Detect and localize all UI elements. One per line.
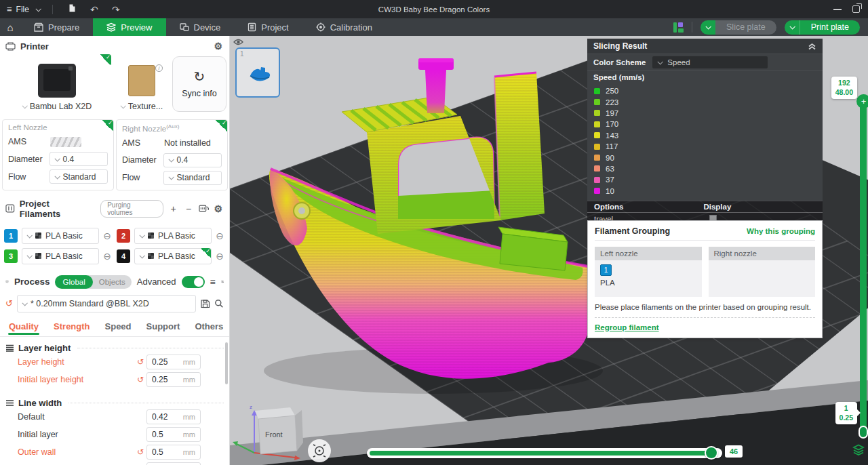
why-this-grouping-link[interactable]: Why this grouping	[747, 227, 815, 235]
delete-filament-icon[interactable]: ⊖	[103, 251, 111, 261]
print-options-chevron[interactable]	[785, 20, 800, 35]
filament-color-badge[interactable]: 3	[4, 249, 18, 263]
save-preset-icon[interactable]	[200, 299, 210, 308]
info-icon[interactable]: i	[155, 64, 163, 72]
ams-sync-icon[interactable]	[199, 204, 210, 214]
minimize-button[interactable]	[833, 9, 842, 10]
print-plate-button[interactable]: Print plate	[785, 20, 860, 35]
restore-window-button[interactable]	[852, 5, 860, 13]
inner-wall-line-width-input[interactable]: 0.5 mm	[146, 462, 201, 465]
filament-color-badge[interactable]: 2	[117, 229, 130, 243]
slice-options-chevron[interactable]	[701, 20, 715, 35]
z-axis-label: z	[250, 404, 252, 410]
tune-icon[interactable]	[221, 277, 224, 286]
layer-slider-handle[interactable]	[859, 426, 868, 439]
search-icon[interactable]	[214, 299, 224, 308]
toggle-plate-list-eye-icon[interactable]	[233, 38, 243, 46]
tab-support[interactable]: Support	[139, 319, 188, 335]
parameter-list-icon[interactable]: ≡	[210, 277, 216, 287]
layer-slider-add-button[interactable]: +	[856, 94, 868, 108]
printer-model-card[interactable]: ✓ Bambu Lab X2D	[3, 54, 111, 114]
delete-filament-icon[interactable]: ⊖	[216, 251, 224, 261]
tab-prepare[interactable]: Prepare	[20, 18, 93, 36]
chevron-down-icon	[22, 300, 27, 306]
scope-objects-button[interactable]: Objects	[93, 277, 132, 287]
file-menu[interactable]: ≡ File	[7, 5, 29, 14]
undo-button[interactable]: ↶	[87, 4, 102, 15]
build-plate-card[interactable]: i Texture...	[114, 54, 170, 114]
sync-info-button[interactable]: ↻ Sync info	[172, 56, 226, 112]
recenter-view-button[interactable]	[308, 439, 331, 462]
titlebar: ≡ File ↶ ↷ CW3D Baby Bee Dragon Colors	[0, 0, 868, 18]
tab-speed[interactable]: Speed	[98, 319, 139, 335]
preview-layers-icon	[106, 22, 116, 32]
delete-filament-icon[interactable]: ⊖	[216, 231, 224, 241]
tab-project[interactable]: Project	[234, 18, 302, 36]
redo-button[interactable]: ↷	[108, 4, 123, 15]
grouped-filament-type: PLA	[600, 279, 696, 287]
reset-value-icon[interactable]: ↺	[137, 376, 144, 384]
new-project-button[interactable]	[65, 3, 80, 15]
right-flow-select[interactable]: Standard	[163, 171, 222, 185]
regroup-filament-link[interactable]: Regroup filament	[595, 323, 659, 331]
collapse-panel-icon[interactable]	[808, 42, 816, 50]
slicing-result-title: Slicing Result	[593, 41, 647, 51]
cube-front-face-label[interactable]: Front	[265, 430, 283, 439]
tab-calibration[interactable]: Calibration	[302, 18, 386, 36]
advanced-toggle[interactable]	[182, 276, 205, 288]
reset-preset-icon[interactable]: ↺	[5, 299, 13, 308]
scope-global-button[interactable]: Global	[55, 275, 92, 289]
printer-settings-gear-icon[interactable]: ⚙	[214, 41, 222, 52]
left-flow-select[interactable]: Standard	[50, 169, 108, 184]
plate-settings-icon[interactable]	[673, 22, 684, 33]
outer-wall-line-width-input[interactable]: 0.5 mm	[146, 445, 201, 460]
synced-badge: ✓	[201, 248, 211, 258]
process-preset-select[interactable]: * 0.20mm Standard @BBL X2D	[17, 295, 196, 312]
filament-settings-gear-icon[interactable]: ⚙	[214, 203, 222, 214]
remove-filament-button[interactable]: −	[183, 203, 194, 214]
tab-strength[interactable]: Strength	[46, 319, 97, 335]
reset-value-icon[interactable]: ↺	[137, 448, 144, 456]
reset-value-icon[interactable]: ↺	[137, 358, 144, 366]
tab-others[interactable]: Others	[187, 319, 230, 335]
add-filament-button[interactable]: +	[168, 203, 179, 214]
legend-value: 223	[606, 98, 618, 106]
filament-select-2[interactable]: PLA Basic	[134, 228, 212, 244]
calibration-icon	[316, 22, 326, 32]
initial-layer-line-width-input[interactable]: 0.5 mm	[146, 427, 201, 442]
delete-filament-icon[interactable]: ⊖	[103, 231, 111, 241]
move-slider[interactable]	[367, 448, 722, 458]
legend-item: 250	[587, 85, 823, 96]
legend-item: 10	[587, 186, 823, 197]
synced-badge: ✓	[100, 54, 111, 66]
color-scheme-label: Color Scheme	[593, 58, 646, 66]
file-menu-chevron-icon[interactable]	[35, 6, 41, 12]
slice-plate-button[interactable]: Slice plate	[701, 20, 776, 35]
filament-select-1[interactable]: PLA Basic	[22, 228, 99, 244]
home-button[interactable]: ⌂	[0, 18, 20, 36]
filament-select-4[interactable]: PLA Basic ✓	[134, 248, 212, 264]
purging-volumes-button[interactable]: Purging volumes	[100, 200, 163, 218]
left-diameter-select[interactable]: 0.4	[50, 152, 108, 166]
right-diameter-select[interactable]: 0.4	[163, 153, 222, 167]
project-doc-icon	[248, 22, 256, 32]
ams-status-chip[interactable]	[50, 137, 81, 147]
color-scheme-select[interactable]: Speed	[652, 56, 768, 68]
layer-slider-track[interactable]	[860, 102, 867, 435]
viewport-3d[interactable]: =X PLA	[230, 36, 868, 465]
move-slider-handle[interactable]	[705, 446, 718, 460]
layer-stack-icon[interactable]	[852, 443, 865, 456]
layer-height-input[interactable]: 0.25 mm	[146, 355, 201, 369]
filament-select-3[interactable]: PLA Basic	[22, 248, 99, 264]
plate-1-thumbnail[interactable]: 1	[235, 47, 280, 98]
grouped-filament-badge[interactable]: 1	[600, 264, 612, 276]
sidebar-scrollbar[interactable]	[225, 342, 228, 384]
filament-color-badge[interactable]: 1	[4, 229, 18, 243]
tab-quality[interactable]: Quality	[1, 319, 46, 335]
tab-device[interactable]: Device	[166, 18, 235, 36]
tab-preview[interactable]: Preview	[93, 18, 165, 36]
legend-swatch	[594, 121, 600, 127]
filament-color-badge[interactable]: 4	[117, 249, 130, 263]
initial-layer-height-input[interactable]: 0.25 mm	[146, 372, 201, 387]
default-line-width-input[interactable]: 0.42 mm	[146, 409, 201, 424]
